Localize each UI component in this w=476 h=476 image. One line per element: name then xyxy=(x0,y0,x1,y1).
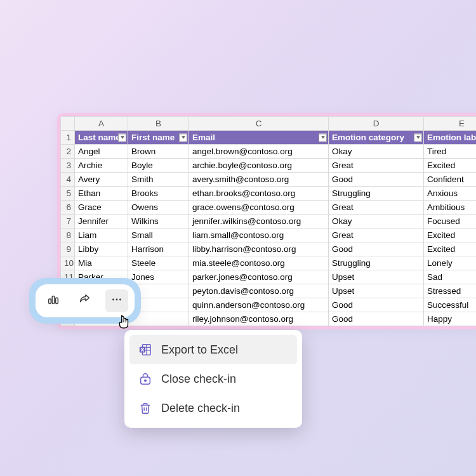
table-row: 6GraceOwensgrace.owens@contoso.orgGreatA… xyxy=(61,201,477,215)
cell-first[interactable]: Jones xyxy=(128,270,189,284)
cell-label[interactable]: Excited xyxy=(424,228,477,242)
cell-label[interactable]: Focused xyxy=(424,215,477,228)
cell-label[interactable]: Confident xyxy=(424,173,477,187)
cell-first[interactable]: Smith xyxy=(128,173,189,187)
cell-last[interactable]: Archie xyxy=(75,159,128,173)
share-button[interactable] xyxy=(74,289,96,312)
cell-first[interactable]: Wilkins xyxy=(128,215,189,228)
row-number[interactable]: 3 xyxy=(61,159,75,173)
col-head-d[interactable]: D xyxy=(329,117,424,131)
row-number[interactable]: 8 xyxy=(61,228,75,242)
col-head-c[interactable]: C xyxy=(189,117,329,131)
lock-icon xyxy=(138,372,152,386)
cell-email[interactable]: mia.steele@contoso.org xyxy=(189,256,329,270)
cell-email[interactable]: angel.brown@contoso.org xyxy=(189,145,329,159)
cell-category[interactable]: Okay xyxy=(329,215,424,228)
header-row: 1 Last name First name Email Emotion cat… xyxy=(61,131,477,145)
cell-category[interactable]: Upset xyxy=(329,270,424,284)
menu-item-close-checkin[interactable]: Close check-in xyxy=(129,364,297,393)
cell-label[interactable]: Lonely xyxy=(424,256,477,270)
cell-email[interactable]: liam.small@contoso.org xyxy=(189,228,329,242)
col-head-e[interactable]: E xyxy=(424,117,477,131)
cell-first[interactable]: Owens xyxy=(128,201,189,215)
row-number[interactable]: 5 xyxy=(61,187,75,201)
trash-icon xyxy=(138,401,152,415)
row-number[interactable]: 7 xyxy=(61,215,75,228)
cell-last[interactable]: Grace xyxy=(75,201,128,215)
cell-first[interactable]: Brown xyxy=(128,145,189,159)
row-number[interactable]: 6 xyxy=(61,201,75,215)
cell-label[interactable]: Excited xyxy=(424,242,477,256)
header-last-name[interactable]: Last name xyxy=(75,131,128,145)
filter-icon[interactable] xyxy=(179,133,187,142)
cell-category[interactable]: Great xyxy=(329,201,424,215)
cell-category[interactable]: Good xyxy=(329,173,424,187)
cell-last[interactable]: Liam xyxy=(75,228,128,242)
cell-label[interactable]: Successful xyxy=(424,298,477,312)
header-email[interactable]: Email xyxy=(189,131,329,145)
svg-rect-2 xyxy=(56,298,58,303)
cell-category[interactable]: Struggling xyxy=(329,256,424,270)
cell-label[interactable]: Happy xyxy=(424,312,477,326)
col-head-a[interactable]: A xyxy=(75,117,128,131)
header-label: Email xyxy=(192,133,215,142)
cell-email[interactable]: quinn.anderson@contoso.org xyxy=(189,298,329,312)
svg-point-4 xyxy=(116,299,118,301)
filter-icon[interactable] xyxy=(118,133,126,142)
menu-item-export-excel[interactable]: Export to Excel xyxy=(129,335,297,364)
cell-label[interactable]: Sad xyxy=(424,270,477,284)
row-number[interactable]: 2 xyxy=(61,145,75,159)
cell-email[interactable]: avery.smith@contoso.org xyxy=(189,173,329,187)
cell-email[interactable]: peyton.davis@contoso.org xyxy=(189,284,329,298)
more-button[interactable] xyxy=(105,289,128,312)
cell-category[interactable]: Good xyxy=(329,312,424,326)
toolbar-inner xyxy=(36,284,135,317)
cell-last[interactable]: Angel xyxy=(75,145,128,159)
header-first-name[interactable]: First name xyxy=(128,131,189,145)
row-number[interactable]: 10 xyxy=(61,256,75,270)
cell-category[interactable]: Great xyxy=(329,228,424,242)
cell-email[interactable]: archie.boyle@contoso.org xyxy=(189,159,329,173)
cell-label[interactable]: Stressed xyxy=(424,284,477,298)
cell-last[interactable]: Jennifer xyxy=(75,215,128,228)
svg-point-5 xyxy=(119,299,121,301)
cell-first[interactable]: Steele xyxy=(128,256,189,270)
filter-icon[interactable] xyxy=(319,133,327,142)
cell-label[interactable]: Excited xyxy=(424,159,477,173)
row-number[interactable]: 9 xyxy=(61,242,75,256)
corner-cell[interactable] xyxy=(61,117,75,131)
cell-email[interactable]: libby.harrison@contoso.org xyxy=(189,242,329,256)
menu-item-delete-checkin[interactable]: Delete check-in xyxy=(129,393,297,423)
cell-email[interactable]: jennifer.wilkins@contoso.org xyxy=(189,215,329,228)
cell-first[interactable]: Brooks xyxy=(128,187,189,201)
cell-category[interactable]: Struggling xyxy=(329,187,424,201)
row-number[interactable]: 4 xyxy=(61,173,75,187)
row-number[interactable]: 1 xyxy=(61,131,75,145)
cell-category[interactable]: Good xyxy=(329,242,424,256)
cell-first[interactable]: Harrison xyxy=(128,242,189,256)
cell-label[interactable]: Ambitious xyxy=(424,201,477,215)
cell-category[interactable]: Good xyxy=(329,298,424,312)
cell-category[interactable]: Okay xyxy=(329,145,424,159)
table-row: 9LibbyHarrisonlibby.harrison@contoso.org… xyxy=(61,242,477,256)
filter-icon[interactable] xyxy=(414,133,422,142)
cell-category[interactable]: Great xyxy=(329,159,424,173)
cell-last[interactable]: Libby xyxy=(75,242,128,256)
cell-last[interactable]: Ethan xyxy=(75,187,128,201)
cell-last[interactable]: Mia xyxy=(75,256,128,270)
cell-first[interactable]: Small xyxy=(128,228,189,242)
cell-category[interactable]: Upset xyxy=(329,284,424,298)
header-emotion-category[interactable]: Emotion category xyxy=(329,131,424,145)
cell-email[interactable]: ethan.brooks@contoso.org xyxy=(189,187,329,201)
cell-email[interactable]: grace.owens@contoso.org xyxy=(189,201,329,215)
table-row: 7JenniferWilkinsjennifer.wilkins@contoso… xyxy=(61,215,477,228)
cell-email[interactable]: parker.jones@contoso.org xyxy=(189,270,329,284)
cell-label[interactable]: Anxious xyxy=(424,187,477,201)
cell-first[interactable]: Boyle xyxy=(128,159,189,173)
header-emotion-label[interactable]: Emotion label xyxy=(424,131,477,145)
cell-last[interactable]: Avery xyxy=(75,173,128,187)
cell-label[interactable]: Tired xyxy=(424,145,477,159)
cell-email[interactable]: riley.johnson@contoso.org xyxy=(189,312,329,326)
chart-button[interactable] xyxy=(42,289,65,312)
col-head-b[interactable]: B xyxy=(128,117,189,131)
